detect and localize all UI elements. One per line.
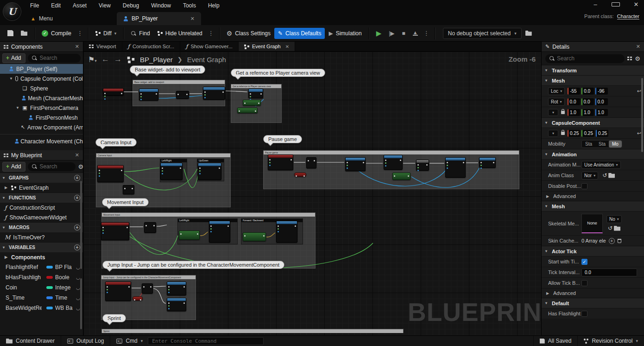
add-blueprint-item-button[interactable]: +Add <box>2 162 25 172</box>
property-dropdown[interactable]: Use Animation▾ <box>581 161 621 169</box>
save-button[interactable] <box>4 28 17 38</box>
details-section-mesh[interactable]: ▾Mesh <box>542 75 644 85</box>
tab-bp-player[interactable]: BP_Player ✕ <box>117 12 201 25</box>
function-node[interactable] <box>167 298 186 311</box>
menu-item-help[interactable]: Help <box>202 0 226 11</box>
comment-bubble[interactable]: Get a refernce to Player camera view <box>231 69 325 77</box>
tree-item-firstpersonmesh[interactable]: FirstPersonMesh <box>0 113 83 122</box>
add-variables-button[interactable]: + <box>74 244 80 250</box>
utility-node[interactable] <box>176 91 189 99</box>
forward-button[interactable]: → <box>114 55 122 64</box>
details-section-mesh[interactable]: ▾Mesh <box>542 201 644 211</box>
pure-getter-node[interactable] <box>392 173 410 180</box>
eye-closed-icon[interactable]: ◡ <box>74 275 80 280</box>
details-search[interactable] <box>545 54 625 63</box>
delete-array-icon[interactable] <box>618 239 621 243</box>
details-section-transform[interactable]: ▾Transform <box>542 65 644 75</box>
eye-closed-icon[interactable]: ◡ <box>74 295 80 301</box>
menu-item-asset[interactable]: Asset <box>67 0 93 11</box>
segment-sta[interactable]: Sta <box>582 141 595 147</box>
lock-open-icon[interactable] <box>561 111 565 114</box>
all-saved-button[interactable]: All Saved <box>533 336 578 346</box>
event-graph-canvas[interactable]: ⚑▾ ← → BP_Player ❯ Event Graph Zoom -6 B… <box>83 51 541 335</box>
function-node[interactable] <box>198 163 221 180</box>
comment-bubble[interactable]: Movement Input <box>102 198 149 206</box>
tree-item-mesh-charactermesh[interactable]: Mesh (CharacterMesh <box>0 93 83 103</box>
checkbox[interactable]: ✓ <box>581 259 587 265</box>
function-node[interactable] <box>139 89 158 101</box>
function-node[interactable] <box>445 157 466 178</box>
axis-dropdown[interactable]: Loc▾ <box>548 87 565 95</box>
pure-getter-node[interactable] <box>237 108 258 113</box>
variable-pill-node[interactable] <box>294 173 306 177</box>
browse-to-asset-icon[interactable] <box>614 226 620 231</box>
axis-dropdown[interactable]: Rot▾ <box>548 98 565 106</box>
variable-bhasflashligh[interactable]: bHasFlashlighBoole◡ <box>0 272 83 282</box>
close-tab-icon[interactable]: ✕ <box>285 44 289 49</box>
parent-class-value[interactable]: Character <box>617 13 639 19</box>
my-blueprint-panel-tab[interactable]: My Blueprint ✕ <box>0 150 83 160</box>
close-button[interactable]: ✕ <box>632 1 640 8</box>
utility-node[interactable] <box>142 283 153 294</box>
output-log-button[interactable]: ≡ Output Log <box>61 336 110 346</box>
section-header-graphs[interactable]: ▾GRAPHS+ <box>0 173 83 183</box>
hide-unrelated-button[interactable]: Hide Unrelated <box>154 28 206 39</box>
close-components-icon[interactable]: ✕ <box>75 44 79 50</box>
hide-unrelated-options-icon[interactable]: ⋮ <box>206 30 216 37</box>
function-node[interactable] <box>209 221 230 243</box>
expander-icon[interactable]: ▶ <box>5 255 8 259</box>
menu-item-debug[interactable]: Debug <box>117 0 145 11</box>
eject-button[interactable]: ▲ <box>409 28 422 38</box>
variables-group-components[interactable]: ▶Components <box>0 252 83 262</box>
vector-x-field[interactable]: 1.0 <box>568 109 580 116</box>
menu-item-edit[interactable]: Edit <box>45 0 67 11</box>
details-search-input[interactable] <box>557 55 589 62</box>
debug-object-select[interactable]: No debug object selected▾ <box>443 28 522 39</box>
segment-sta[interactable]: Sta <box>595 141 609 147</box>
vector-z-field[interactable]: 1.0 <box>595 109 608 116</box>
vector-x-field[interactable]: 0.0 <box>568 98 580 105</box>
class-defaults-button[interactable]: ✎ Class Defaults <box>274 28 325 39</box>
class-settings-button[interactable]: ⚙ Class Settings <box>223 27 274 39</box>
console-command-input[interactable] <box>148 337 264 345</box>
details-section-animation[interactable]: ▾Animation <box>542 149 644 159</box>
variable-flashlightref[interactable]: FlashlightRefBP Fla◡ <box>0 262 83 272</box>
menu-item-window[interactable]: Window <box>145 0 177 11</box>
property-dropdown[interactable]: Nor▾ <box>581 172 598 179</box>
add-graphs-button[interactable]: + <box>74 175 80 181</box>
bookmark-icon[interactable]: ⚑▾ <box>88 55 97 64</box>
vector-y-field[interactable]: 0.0 <box>581 88 594 95</box>
details-panel-tab[interactable]: ✎ Details ✕ <box>542 42 644 52</box>
minimize-button[interactable]: – <box>591 1 600 8</box>
vector-x-field[interactable]: 0.25 <box>568 130 580 137</box>
simulation-button[interactable]: ▶ Simulation <box>325 28 365 39</box>
use-selected-icon[interactable]: ↺ <box>602 172 607 179</box>
section-header-macros[interactable]: ▾MACROS+ <box>0 222 83 232</box>
play-options-icon[interactable]: ⋮ <box>422 30 431 37</box>
event-node[interactable] <box>103 88 124 96</box>
mobility-segmented-control[interactable]: StaStaMo <box>581 140 622 148</box>
tab-menu[interactable]: ▲ Menu <box>24 12 59 25</box>
display-options-icon[interactable] <box>627 57 632 60</box>
function-node[interactable] <box>345 157 366 171</box>
add-component-button[interactable]: +Add <box>2 53 25 63</box>
add-array-element-icon[interactable]: + <box>609 238 615 244</box>
graph-tab-event-graph[interactable]: Event Graph✕ <box>239 42 295 51</box>
event-node[interactable] <box>105 282 131 301</box>
section-header-variables[interactable]: ▾VARIABLES+ <box>0 242 83 252</box>
comment-bubble[interactable]: Pause game <box>263 135 302 143</box>
lock-open-icon[interactable] <box>561 132 565 135</box>
function-node[interactable] <box>384 155 403 170</box>
eye-closed-icon[interactable]: ◡ <box>74 285 80 290</box>
axis-dropdown[interactable]: ▾ <box>548 130 558 137</box>
menu-item-file[interactable]: File <box>24 0 45 11</box>
details-section-actor tick[interactable]: ▾Actor Tick <box>542 246 644 256</box>
vector-z-field[interactable]: -96 <box>595 88 608 95</box>
my-blueprint-scrollbar[interactable] <box>80 181 82 269</box>
advanced-row[interactable]: ▶Advanced <box>542 288 644 298</box>
function-node[interactable] <box>248 89 263 98</box>
checkbox[interactable] <box>581 183 587 189</box>
compile-button[interactable]: ✓ Compile <box>38 28 75 39</box>
use-selected-icon[interactable]: ↺ <box>608 225 612 231</box>
variable-pill-node[interactable] <box>133 296 143 301</box>
